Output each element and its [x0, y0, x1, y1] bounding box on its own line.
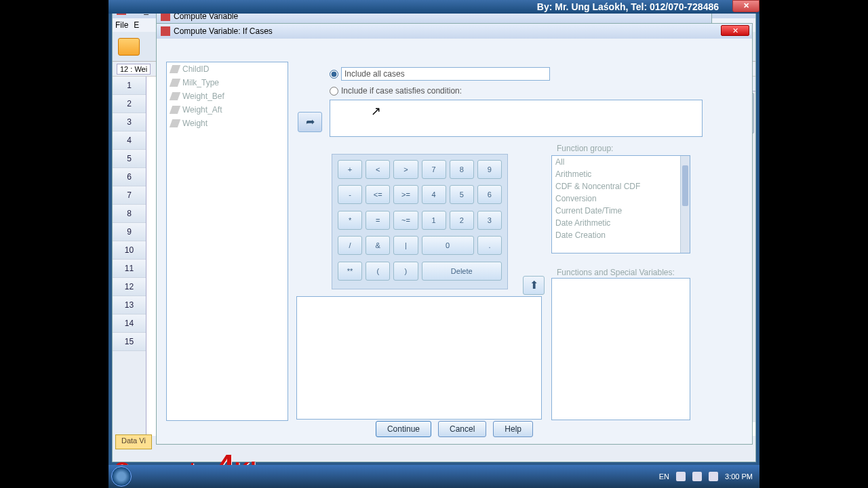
- window-close-icon[interactable]: ✕: [732, 0, 760, 12]
- kp-div[interactable]: /: [338, 236, 362, 255]
- dialog-titlebar: Compute Variable: If Cases ✕: [157, 24, 752, 39]
- fn-group-item[interactable]: Date Creation: [552, 229, 690, 241]
- radio-all-input[interactable]: [330, 70, 338, 79]
- description-box: [296, 296, 542, 420]
- kp-eq[interactable]: =: [366, 211, 390, 230]
- open-icon[interactable]: [118, 38, 140, 56]
- kp-7[interactable]: 7: [422, 160, 446, 179]
- cancel-button[interactable]: Cancel: [438, 421, 486, 437]
- taskbar[interactable]: EN 3:00 PM: [108, 465, 760, 488]
- move-variable-button[interactable]: ➦: [298, 112, 322, 132]
- kp-2[interactable]: 2: [450, 211, 474, 230]
- kp-3[interactable]: 3: [477, 211, 502, 230]
- function-group-label: Function group:: [557, 144, 613, 153]
- var-item[interactable]: Milk_Type: [167, 76, 288, 89]
- start-button[interactable]: [111, 466, 132, 487]
- kp-9[interactable]: 9: [477, 160, 502, 179]
- dialog-icon: [161, 26, 170, 36]
- functions-special-list[interactable]: [551, 278, 690, 420]
- kp-mul[interactable]: *: [338, 211, 362, 230]
- kp-4[interactable]: 4: [422, 185, 446, 204]
- kp-gt[interactable]: >: [393, 160, 418, 179]
- kp-or[interactable]: |: [393, 236, 418, 255]
- clock[interactable]: 3:00 PM: [725, 472, 753, 481]
- close-button[interactable]: ✕: [721, 25, 749, 36]
- kp-ge[interactable]: >=: [393, 185, 418, 204]
- kp-5[interactable]: 5: [450, 185, 474, 204]
- if-cases-dialog: Compute Variable: If Cases ✕ ChildID Mil…: [156, 23, 753, 445]
- fn-group-item[interactable]: CDF & Noncentral CDF: [552, 180, 690, 192]
- var-item[interactable]: Weight_Aft: [167, 103, 288, 117]
- kp-8[interactable]: 8: [450, 160, 474, 179]
- kp-minus[interactable]: -: [338, 185, 362, 204]
- help-button[interactable]: Help: [493, 421, 533, 437]
- dialog-buttons: Continue Cancel Help: [157, 421, 752, 437]
- kp-lparen[interactable]: (: [366, 262, 390, 281]
- menu-edit[interactable]: E: [134, 20, 139, 30]
- variable-list[interactable]: ChildID Milk_Type Weight_Bef Weight_Aft …: [166, 62, 288, 421]
- cursor-icon: [371, 104, 380, 116]
- function-group-list[interactable]: All Arithmetic CDF & Noncentral CDF Conv…: [551, 155, 690, 253]
- kp-1[interactable]: 1: [422, 211, 446, 230]
- fn-group-item[interactable]: Conversion: [552, 192, 690, 205]
- kp-and[interactable]: &: [366, 236, 390, 255]
- radio-include-if[interactable]: Include if case satisfies condition:: [330, 86, 462, 96]
- kp-dot[interactable]: .: [477, 236, 502, 255]
- kp-delete[interactable]: Delete: [422, 262, 502, 281]
- calculator-keypad: + < > 7 8 9 - <= >= 4 5 6 * = ~= 1 2 3 /…: [332, 154, 508, 289]
- function-special-label: Functions and Special Variables:: [557, 268, 675, 277]
- tray-icon[interactable]: [676, 472, 686, 481]
- volume-icon[interactable]: [692, 472, 702, 481]
- fn-group-item[interactable]: All: [552, 156, 690, 168]
- continue-button[interactable]: Continue: [376, 421, 431, 437]
- video-banner: By: Mr. Ung Laśokh, Tel: 012/070-728486 …: [108, 0, 760, 14]
- row-headers: 123 456 789 101112 131415: [113, 77, 146, 436]
- fn-group-item[interactable]: Arithmetic: [552, 168, 690, 180]
- var-item[interactable]: ChildID: [167, 62, 288, 76]
- kp-le[interactable]: <=: [366, 185, 390, 204]
- var-item[interactable]: Weight_Bef: [167, 89, 288, 103]
- fn-group-item[interactable]: Date Arithmetic: [552, 217, 690, 229]
- kp-ne[interactable]: ~=: [393, 211, 418, 230]
- kp-rparen[interactable]: ): [393, 262, 418, 281]
- radio-if-input[interactable]: [330, 87, 338, 96]
- fn-group-item[interactable]: Current Date/Time: [552, 205, 690, 217]
- radio-include-all[interactable]: Include all cases: [330, 67, 550, 81]
- insert-function-button[interactable]: ⬆: [523, 276, 545, 295]
- flag-icon[interactable]: [709, 472, 718, 481]
- fn-scrollbar[interactable]: [680, 156, 690, 253]
- kp-0[interactable]: 0: [422, 236, 474, 255]
- kp-lt[interactable]: <: [366, 160, 390, 179]
- kp-6[interactable]: 6: [477, 185, 502, 204]
- menu-file[interactable]: File: [115, 20, 128, 30]
- var-item[interactable]: Weight: [167, 117, 288, 130]
- kp-plus[interactable]: +: [338, 160, 362, 179]
- kp-exp[interactable]: **: [338, 262, 362, 281]
- condition-input[interactable]: [330, 100, 703, 137]
- language-indicator[interactable]: EN: [659, 472, 669, 481]
